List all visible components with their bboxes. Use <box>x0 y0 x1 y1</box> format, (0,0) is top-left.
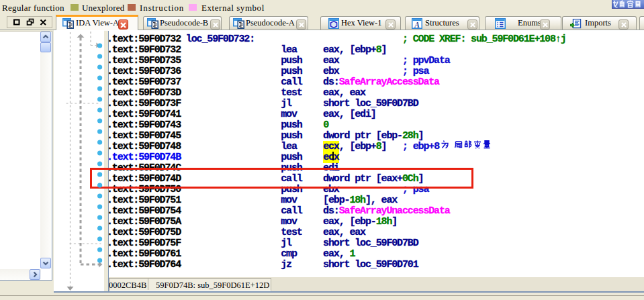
svg-text:A: A <box>414 21 420 29</box>
